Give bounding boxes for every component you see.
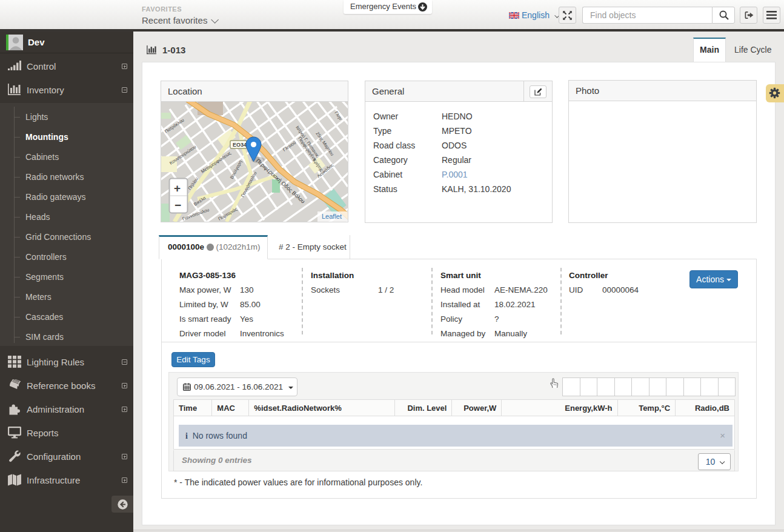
svg-text:EO34: EO34: [233, 142, 247, 148]
svg-text:Leaflet: Leaflet: [322, 213, 342, 220]
svg-text:−: −: [174, 199, 181, 211]
svg-text:+: +: [174, 182, 181, 195]
